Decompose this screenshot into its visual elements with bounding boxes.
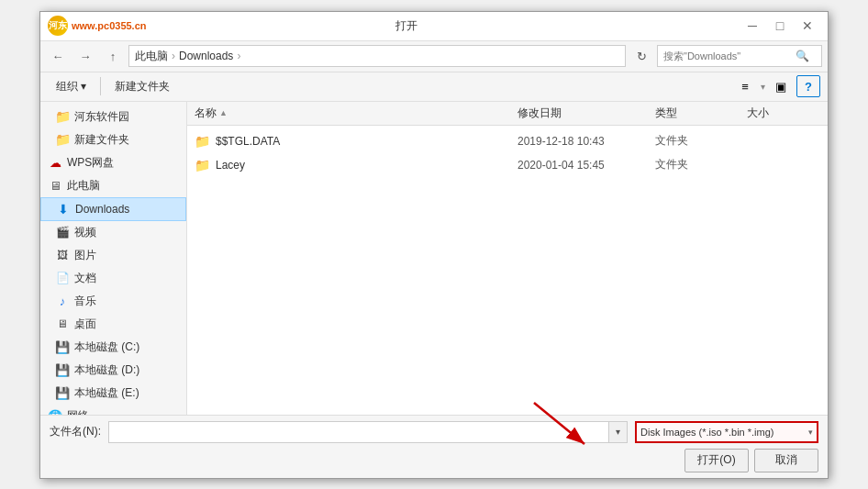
dialog-title: 打开	[73, 18, 740, 34]
sidebar-item-desktop[interactable]: 🖥 桌面	[40, 313, 186, 336]
back-button[interactable]: ←	[46, 44, 70, 68]
sort-arrow: ▲	[219, 108, 228, 117]
pc-icon: 🖥	[48, 178, 62, 193]
col-header-size[interactable]: 大小	[747, 106, 820, 121]
video-icon: 🎬	[55, 225, 70, 239]
breadcrumb-sep1: ›	[172, 50, 175, 62]
breadcrumb-sep2: ›	[237, 50, 240, 62]
sidebar-item-drive-c[interactable]: 💾 本地磁盘 (C:)	[40, 336, 186, 359]
filename-dropdown-button[interactable]: ▾	[608, 422, 627, 442]
sidebar-item-video[interactable]: 🎬 视频	[40, 221, 186, 244]
sidebar-label-docs: 文档	[74, 271, 96, 286]
close-button[interactable]: ✕	[795, 17, 820, 35]
titlebar: 河东 www.pc0355.cn 打开 ─ □ ✕	[40, 12, 828, 41]
sidebar-item-wps[interactable]: ☁ WPS网盘	[40, 151, 186, 174]
file-name-0: 📁 $$TGL.DATA	[195, 134, 517, 149]
column-headers: 名称 ▲ 修改日期 类型 大小	[187, 102, 828, 126]
sidebar-label-drive-c: 本地磁盘 (C:)	[74, 339, 139, 355]
organize-button[interactable]: 组织 ▾	[48, 75, 95, 97]
breadcrumb[interactable]: 此电脑 › Downloads ›	[128, 45, 626, 67]
folder-icon-1: 📁	[195, 158, 210, 172]
filename-input-wrap[interactable]: ▾	[108, 421, 628, 443]
drive-e-icon: 💾	[55, 385, 70, 400]
image-icon: 🖼	[55, 248, 70, 262]
logo-text: 河东	[49, 19, 67, 32]
filename-input[interactable]	[109, 426, 608, 439]
desktop-icon: 🖥	[55, 317, 70, 331]
window-controls: ─ □ ✕	[740, 17, 820, 35]
cancel-button[interactable]: 取消	[754, 449, 818, 472]
help-button[interactable]: ?	[796, 75, 820, 97]
sidebar-label-hd: 河东软件园	[74, 109, 129, 125]
filename-label: 文件名(N):	[50, 424, 101, 439]
sidebar-item-hd[interactable]: 📁 河东软件园	[40, 106, 186, 128]
file-name-1: 📁 Lacey	[195, 158, 517, 172]
wps-icon: ☁	[48, 155, 62, 170]
up-button[interactable]: ↑	[101, 44, 125, 68]
file-type-0: 文件夹	[655, 133, 747, 149]
sidebar-label-downloads: Downloads	[75, 203, 129, 216]
main-panel: 名称 ▲ 修改日期 类型 大小 📁 $$TGL.DATA	[187, 102, 828, 415]
file-type-1: 文件夹	[655, 157, 747, 172]
bottom-bar: 文件名(N): ▾ Disk Images (*.iso *.bin *.img…	[40, 415, 828, 478]
col-header-date[interactable]: 修改日期	[517, 106, 655, 121]
pane-button[interactable]: ▣	[769, 75, 793, 97]
sidebar-item-drive-e[interactable]: 💾 本地磁盘 (E:)	[40, 382, 186, 405]
addressbar: ← → ↑ 此电脑 › Downloads › ↻ 🔍	[40, 41, 828, 72]
sidebar-item-downloads[interactable]: ⬇ Downloads	[40, 197, 186, 221]
sidebar-item-pc[interactable]: 🖥 此电脑	[40, 174, 186, 197]
search-box[interactable]: 🔍	[657, 45, 822, 67]
filetype-arrow-icon: ▾	[808, 428, 813, 437]
file-item-0[interactable]: 📁 $$TGL.DATA 2019-12-18 10:43 文件夹	[187, 129, 828, 153]
toolbar: 组织 ▾ 新建文件夹 ≡ ▾ ▣ ?	[40, 72, 828, 102]
col-header-type[interactable]: 类型	[655, 106, 747, 121]
folder-icon: 📁	[55, 109, 70, 124]
file-date-0: 2019-12-18 10:43	[517, 135, 655, 148]
sidebar-item-images[interactable]: 🖼 图片	[40, 244, 186, 267]
action-row: 打开(O) 取消	[50, 449, 818, 472]
forward-button[interactable]: →	[73, 44, 97, 68]
sidebar-label-desktop: 桌面	[74, 317, 96, 332]
view-dropdown-icon: ▾	[761, 82, 765, 92]
sidebar-item-network[interactable]: 🌐 网络	[40, 405, 186, 415]
search-input[interactable]	[663, 50, 792, 61]
sidebar-label-pc: 此电脑	[67, 178, 100, 194]
file-label-0: $$TGL.DATA	[216, 135, 280, 148]
file-open-dialog: 河东 www.pc0355.cn 打开 ─ □ ✕ ← → ↑ 此电脑 › Do…	[39, 11, 829, 479]
doc-icon: 📄	[55, 271, 70, 285]
filetype-select[interactable]: Disk Images (*.iso *.bin *.img) ▾	[635, 421, 818, 443]
search-icon: 🔍	[796, 50, 809, 62]
sidebar-label-newfolder: 新建文件夹	[74, 132, 129, 148]
toolbar-right: ≡ ▾ ▣ ?	[733, 75, 820, 97]
folder-icon: 📁	[55, 132, 70, 147]
drive-c-icon: 💾	[55, 339, 70, 354]
sidebar-label-music: 音乐	[74, 294, 96, 309]
drive-d-icon: 💾	[55, 362, 70, 377]
view-options-button[interactable]: ≡	[733, 75, 757, 97]
sidebar-item-newfolder[interactable]: 📁 新建文件夹	[40, 128, 186, 151]
breadcrumb-pc: 此电脑	[135, 49, 168, 64]
col-header-name[interactable]: 名称 ▲	[195, 106, 517, 121]
music-icon: ♪	[55, 294, 70, 308]
sidebar: 📁 河东软件园 📁 新建文件夹 ☁ WPS网盘 🖥 此电脑 ⬇ Download…	[40, 102, 187, 415]
content-area: 📁 河东软件园 📁 新建文件夹 ☁ WPS网盘 🖥 此电脑 ⬇ Download…	[40, 102, 828, 415]
open-button[interactable]: 打开(O)	[684, 449, 749, 472]
sidebar-label-drive-d: 本地磁盘 (D:)	[74, 362, 139, 378]
folder-icon-0: 📁	[195, 134, 210, 149]
sidebar-label-wps: WPS网盘	[67, 155, 114, 171]
filename-row: 文件名(N): ▾ Disk Images (*.iso *.bin *.img…	[50, 421, 818, 443]
toolbar-separator	[100, 77, 101, 95]
sidebar-item-music[interactable]: ♪ 音乐	[40, 290, 186, 313]
sidebar-item-drive-d[interactable]: 💾 本地磁盘 (D:)	[40, 359, 186, 382]
new-folder-button[interactable]: 新建文件夹	[106, 75, 178, 97]
sidebar-label-drive-e: 本地磁盘 (E:)	[74, 385, 139, 401]
file-label-1: Lacey	[216, 159, 245, 172]
sidebar-label-network: 网络	[67, 408, 89, 415]
sidebar-label-video: 视频	[74, 225, 96, 240]
refresh-button[interactable]: ↻	[629, 44, 653, 68]
sidebar-item-docs[interactable]: 📄 文档	[40, 267, 186, 290]
breadcrumb-downloads: Downloads	[179, 50, 233, 62]
minimize-button[interactable]: ─	[740, 17, 765, 35]
file-item-1[interactable]: 📁 Lacey 2020-01-04 15:45 文件夹	[187, 153, 828, 177]
maximize-button[interactable]: □	[767, 17, 793, 35]
